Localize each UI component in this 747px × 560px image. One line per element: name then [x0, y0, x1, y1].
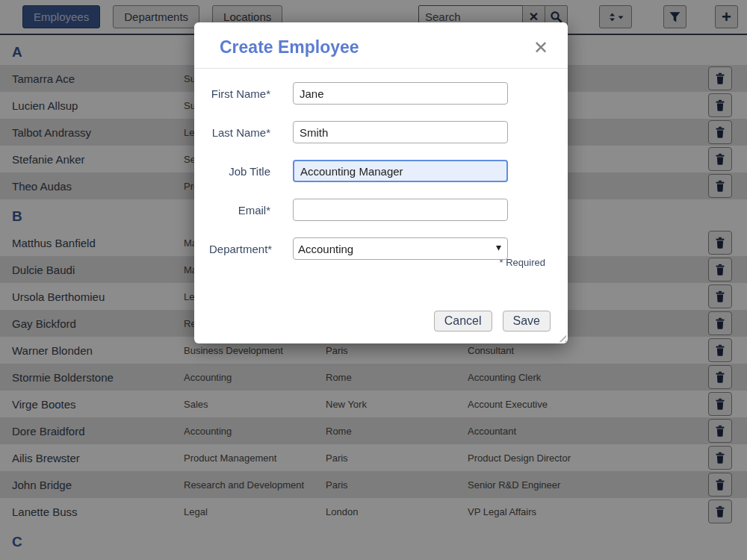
modal-title: Create Employee: [220, 37, 359, 57]
modal-resize-grip[interactable]: [557, 332, 566, 342]
job-title-field-row: Job Title: [209, 160, 568, 182]
modal-footer: Cancel Save: [434, 311, 551, 332]
modal-header: Create Employee ✕: [194, 22, 568, 69]
create-employee-modal: Create Employee ✕ First Name* Last Name*…: [194, 22, 568, 343]
email-input[interactable]: [293, 199, 508, 221]
last-name-input[interactable]: [293, 121, 508, 143]
job-title-label: Job Title: [209, 165, 293, 178]
save-button[interactable]: Save: [503, 311, 551, 332]
close-modal-button[interactable]: ✕: [530, 39, 551, 57]
email-field-row: Email*: [209, 199, 568, 221]
first-name-label: First Name*: [209, 87, 293, 100]
email-label: Email*: [209, 204, 293, 217]
first-name-field-row: First Name*: [209, 82, 568, 105]
job-title-input[interactable]: [293, 160, 508, 182]
last-name-label: Last Name*: [209, 126, 293, 139]
close-x-icon: ✕: [533, 37, 548, 57]
create-employee-form: First Name* Last Name* Job Title Email*: [194, 69, 568, 268]
last-name-field-row: Last Name*: [209, 121, 568, 143]
first-name-input[interactable]: [293, 82, 508, 105]
cancel-button[interactable]: Cancel: [434, 311, 492, 332]
department-label: Department*: [209, 243, 293, 255]
department-select[interactable]: Accounting: [293, 237, 508, 260]
